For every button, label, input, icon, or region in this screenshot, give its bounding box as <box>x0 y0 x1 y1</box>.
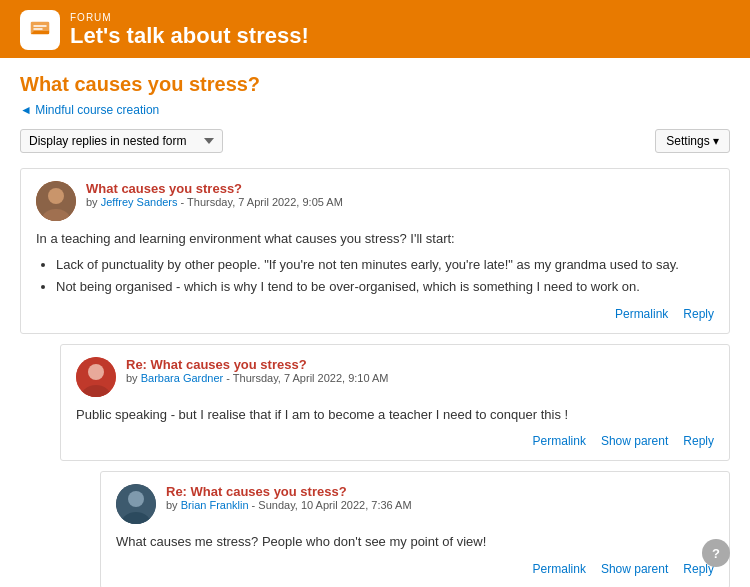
post-subject[interactable]: What causes you stress? <box>86 181 714 196</box>
avatar <box>116 484 156 524</box>
reply-link[interactable]: Reply <box>683 307 714 321</box>
svg-point-9 <box>128 491 144 507</box>
toolbar: Display replies in nested form Display r… <box>20 129 730 153</box>
permalink-link[interactable]: Permalink <box>533 562 586 576</box>
discussion-title: What causes you stress? <box>20 73 730 96</box>
svg-point-3 <box>48 188 64 204</box>
post-actions: Permalink Show parent Reply <box>116 562 714 576</box>
post-body: What causes me stress? People who don't … <box>116 532 714 552</box>
post-body: In a teaching and learning environment w… <box>36 229 714 297</box>
help-button[interactable]: ? <box>702 539 730 567</box>
permalink-link[interactable]: Permalink <box>533 434 586 448</box>
breadcrumb[interactable]: ◄ Mindful course creation <box>20 103 159 117</box>
show-parent-link[interactable]: Show parent <box>601 562 668 576</box>
avatar <box>76 357 116 397</box>
post-author-link[interactable]: Brian Franklin <box>181 499 249 511</box>
post-author-link[interactable]: Barbara Gardner <box>141 372 224 384</box>
avatar <box>36 181 76 221</box>
reply-link[interactable]: Reply <box>683 434 714 448</box>
forum-label: FORUM <box>70 12 309 23</box>
post-actions: Permalink Reply <box>36 307 714 321</box>
post-card: Re: What causes you stress? by Brian Fra… <box>100 471 730 587</box>
post-card: What causes you stress? by Jeffrey Sande… <box>20 168 730 334</box>
post-date: Thursday, 7 April 2022, 9:10 AM <box>233 372 389 384</box>
post-actions: Permalink Show parent Reply <box>76 434 714 448</box>
post-date: Sunday, 10 April 2022, 7:36 AM <box>258 499 411 511</box>
post-subject[interactable]: Re: What causes you stress? <box>126 357 714 372</box>
forum-title: Let's talk about stress! <box>70 23 309 49</box>
show-parent-link[interactable]: Show parent <box>601 434 668 448</box>
settings-button[interactable]: Settings ▾ <box>655 129 730 153</box>
post-body: Public speaking - but I realise that if … <box>76 405 714 425</box>
forum-header: FORUM Let's talk about stress! <box>0 0 750 58</box>
forum-icon <box>20 10 60 50</box>
display-mode-select[interactable]: Display replies in nested form Display r… <box>20 129 223 153</box>
post-subject[interactable]: Re: What causes you stress? <box>166 484 714 499</box>
post-card: Re: What causes you stress? by Barbara G… <box>60 344 730 462</box>
permalink-link[interactable]: Permalink <box>615 307 668 321</box>
svg-point-6 <box>88 364 104 380</box>
post-author-link[interactable]: Jeffrey Sanders <box>101 196 178 208</box>
post-date: Thursday, 7 April 2022, 9:05 AM <box>187 196 343 208</box>
